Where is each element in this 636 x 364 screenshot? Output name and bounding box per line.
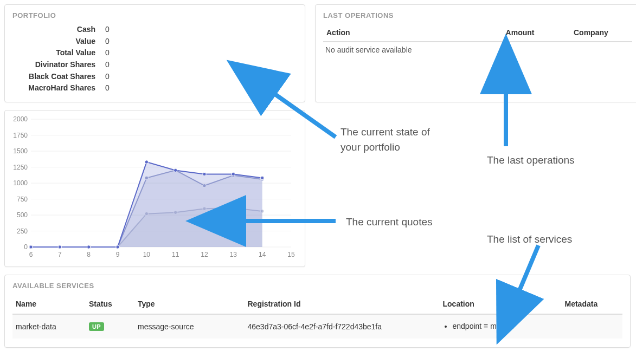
svg-point-47 xyxy=(58,245,61,249)
portfolio-row-value: 0 xyxy=(105,82,110,94)
portfolio-row-label: Cash xyxy=(5,24,105,36)
portfolio-row-value: 0 xyxy=(105,71,110,83)
portfolio-row-label: Black Coat Shares xyxy=(5,71,105,83)
portfolio-row-value: 0 xyxy=(105,59,110,71)
annotation-chart: The current quotes xyxy=(346,214,432,230)
svg-point-51 xyxy=(174,168,177,172)
svg-text:1500: 1500 xyxy=(13,147,28,155)
portfolio-row: MacroHard Shares0 xyxy=(5,82,305,94)
portfolio-row: Cash0 xyxy=(5,24,305,36)
portfolio-row-label: Total Value xyxy=(5,47,105,59)
svg-point-53 xyxy=(232,172,235,176)
svg-text:7: 7 xyxy=(58,251,62,258)
portfolio-heading: PORTFOLIO xyxy=(5,5,305,24)
quotes-chart-panel: 0250500750100012501500175020006789101112… xyxy=(4,110,305,267)
svg-text:750: 750 xyxy=(17,196,28,203)
svg-text:15: 15 xyxy=(287,251,295,258)
operations-heading: LAST OPERATIONS xyxy=(323,5,632,24)
portfolio-row-value: 0 xyxy=(105,47,110,59)
list-item: endpoint = market xyxy=(453,321,558,332)
services-heading: AVAILABLE SERVICES xyxy=(12,275,622,294)
services-cell-location: endpoint = market xyxy=(440,314,562,339)
services-col-name: Name xyxy=(12,294,86,314)
operations-col-company: Company xyxy=(570,24,632,42)
operations-empty-message: No audit service available xyxy=(323,42,632,57)
svg-text:13: 13 xyxy=(230,251,237,258)
services-cell-status: UP xyxy=(86,314,134,339)
portfolio-row-label: Value xyxy=(5,36,105,48)
services-col-regid: Registration Id xyxy=(245,294,440,314)
svg-text:1250: 1250 xyxy=(13,164,28,171)
svg-text:2000: 2000 xyxy=(13,115,28,123)
svg-point-54 xyxy=(260,176,264,179)
svg-text:14: 14 xyxy=(259,251,266,258)
portfolio-row: Total Value0 xyxy=(5,47,305,59)
status-badge: UP xyxy=(89,322,104,331)
portfolio-row: Black Coat Shares0 xyxy=(5,71,305,83)
services-cell-name: market-data xyxy=(12,314,86,339)
svg-text:1000: 1000 xyxy=(13,179,28,187)
services-col-metadata: Metadata xyxy=(562,294,623,314)
portfolio-panel: PORTFOLIO Cash0Value0Total Value0Divinat… xyxy=(4,4,305,102)
services-cell-metadata xyxy=(562,314,623,339)
portfolio-row: Value0 xyxy=(5,36,305,48)
portfolio-row-label: Divinator Shares xyxy=(5,59,105,71)
operations-col-action: Action xyxy=(323,24,503,42)
svg-text:10: 10 xyxy=(143,251,151,258)
portfolio-row-value: 0 xyxy=(105,36,110,48)
services-col-status: Status xyxy=(86,294,134,314)
svg-point-46 xyxy=(29,245,33,249)
svg-text:11: 11 xyxy=(172,251,179,258)
services-panel: AVAILABLE SERVICES Name Status Type Regi… xyxy=(4,275,631,348)
annotation-portfolio: The current state of your portfolio xyxy=(341,125,438,154)
operations-table: Action Amount Company xyxy=(323,24,632,42)
svg-text:500: 500 xyxy=(17,211,28,219)
services-table: Name Status Type Registration Id Locatio… xyxy=(12,294,622,339)
svg-text:250: 250 xyxy=(17,227,28,235)
services-col-location: Location xyxy=(440,294,562,314)
portfolio-row-label: MacroHard Shares xyxy=(5,82,105,94)
operations-panel: LAST OPERATIONS Action Amount Company No… xyxy=(315,4,636,102)
svg-text:9: 9 xyxy=(116,251,120,258)
services-col-type: Type xyxy=(134,294,245,314)
svg-text:8: 8 xyxy=(87,251,91,258)
annotation-services: The list of services xyxy=(487,232,572,247)
svg-text:12: 12 xyxy=(201,251,208,258)
svg-text:6: 6 xyxy=(29,251,33,258)
table-row: market-dataUPmessage-source46e3d7a3-06cf… xyxy=(12,314,622,339)
portfolio-row: Divinator Shares0 xyxy=(5,59,305,71)
services-cell-regid: 46e3d7a3-06cf-4e2f-a7fd-f722d43be1fa xyxy=(245,314,440,339)
services-cell-type: message-source xyxy=(134,314,245,339)
quotes-chart: 0250500750100012501500175020006789101112… xyxy=(6,114,299,261)
svg-text:1750: 1750 xyxy=(13,132,28,139)
svg-text:0: 0 xyxy=(24,243,28,251)
svg-point-48 xyxy=(87,245,90,249)
svg-point-49 xyxy=(116,245,119,249)
svg-point-52 xyxy=(203,172,206,176)
svg-point-50 xyxy=(145,160,148,164)
operations-col-amount: Amount xyxy=(503,24,570,42)
annotation-operations: The last operations xyxy=(487,153,575,168)
portfolio-row-value: 0 xyxy=(105,24,110,36)
